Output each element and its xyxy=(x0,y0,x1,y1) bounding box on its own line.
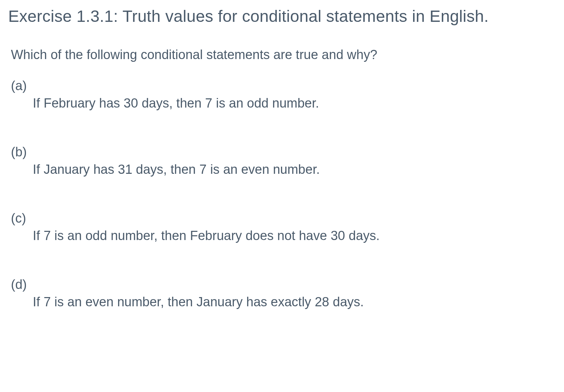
item-label: (c) xyxy=(11,211,556,226)
item-statement: If 7 is an odd number, then February doe… xyxy=(11,228,556,243)
exercise-item-b: (b) If January has 31 days, then 7 is an… xyxy=(8,145,556,177)
exercise-item-c: (c) If 7 is an odd number, then February… xyxy=(8,211,556,243)
item-statement: If 7 is an even number, then January has… xyxy=(11,295,556,309)
exercise-item-a: (a) If February has 30 days, then 7 is a… xyxy=(8,79,556,111)
item-label: (b) xyxy=(11,145,556,159)
item-label: (d) xyxy=(11,277,556,292)
exercise-title: Exercise 1.3.1: Truth values for conditi… xyxy=(8,7,556,26)
question-text: Which of the following conditional state… xyxy=(8,47,556,62)
item-statement: If February has 30 days, then 7 is an od… xyxy=(11,96,556,111)
item-statement: If January has 31 days, then 7 is an eve… xyxy=(11,162,556,177)
exercise-item-d: (d) If 7 is an even number, then January… xyxy=(8,277,556,309)
item-label: (a) xyxy=(11,79,556,93)
